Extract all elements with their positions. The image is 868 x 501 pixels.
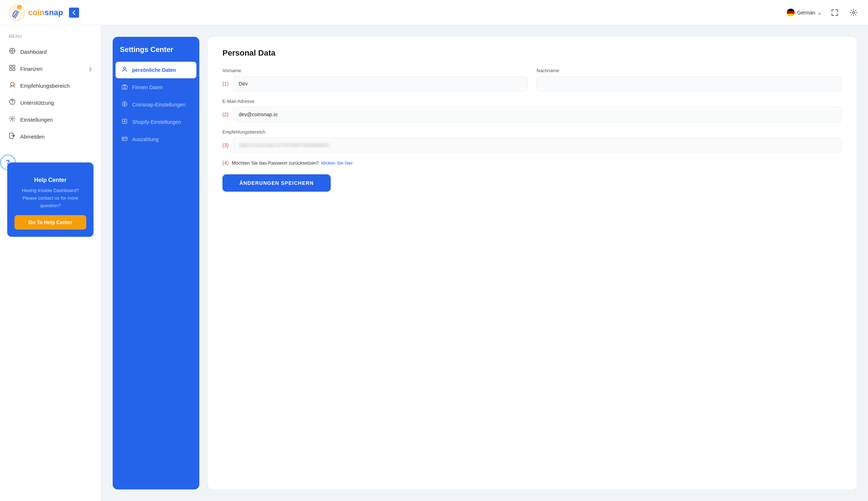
- help-center-description: Having trouble Dashboard? Please contact…: [14, 187, 86, 209]
- go-to-help-center-button[interactable]: Go To Help Center: [14, 215, 86, 230]
- help-center-title: Help Center: [34, 177, 67, 183]
- finanzen-icon: [9, 65, 16, 73]
- logo-icon: ₿: [9, 4, 25, 21]
- settings-nav-personal-label: persönliche Daten: [132, 67, 176, 73]
- abmelden-icon: [9, 132, 16, 141]
- email-group: E-Mail-Adresse (2): [222, 99, 842, 122]
- empfehlung-label: Empfehlungsbereich: [222, 129, 842, 135]
- language-selector[interactable]: German ⌄: [787, 9, 822, 17]
- nachname-label: Nachname: [537, 68, 842, 73]
- email-row: E-Mail-Adresse (2): [222, 99, 842, 122]
- empfehlung-input[interactable]: [233, 138, 842, 153]
- empfehlung-row: Empfehlungsbereich (3): [222, 129, 842, 153]
- settings-nav-auszahlung-label: Auszahlung: [132, 136, 159, 142]
- main-content: Settings Center persönliche Daten Firmen…: [101, 25, 868, 501]
- help-center-card: Help Center Having trouble Dashboard? Pl…: [7, 162, 94, 237]
- name-row: Vorname (1) Nachname: [222, 68, 842, 91]
- chevron-down-icon: ⌄: [817, 10, 822, 16]
- sidebar-item-einstellungen-label: Einstellungen: [20, 117, 53, 123]
- expand-button[interactable]: [829, 7, 841, 18]
- vorname-field-row: (1): [222, 76, 528, 91]
- email-field-number: (2): [222, 112, 230, 117]
- sidebar-item-finanzen-label: Finanzen: [20, 66, 43, 72]
- logo-area: ₿ coinsnap: [9, 4, 79, 21]
- personal-data-panel: Personal Data Vorname (1) Nachname: [208, 37, 856, 489]
- einstellungen-icon: [9, 116, 16, 124]
- sidebar-item-abmelden[interactable]: Abmelden: [0, 128, 101, 145]
- auszahlung-icon: [121, 136, 128, 143]
- empfehlung-field-row: (3): [222, 138, 842, 153]
- svg-point-14: [123, 67, 126, 69]
- language-label: German: [797, 10, 815, 16]
- sidebar-item-finanzen[interactable]: Finanzen ❯: [0, 60, 101, 77]
- settings-panel: Settings Center persönliche Daten Firmen…: [113, 37, 199, 489]
- panel-title: Personal Data: [222, 48, 842, 58]
- nav-right: German ⌄: [787, 7, 859, 18]
- sidebar-item-unterstutzung[interactable]: Unterstützung: [0, 94, 101, 111]
- settings-nav-personal[interactable]: persönliche Daten: [116, 62, 196, 78]
- settings-nav-coinsnap-label: Coinsnap-Einstellungen: [132, 102, 186, 108]
- settings-nav-coinsnap[interactable]: Coinsnap-Einstellungen: [116, 96, 196, 113]
- dashboard-icon: [9, 48, 16, 56]
- svg-rect-22: [123, 139, 124, 140]
- settings-gear-button[interactable]: [848, 7, 859, 18]
- settings-nav-shopify-label: Shopify-Einstellungen: [132, 119, 181, 125]
- password-reset-row: (4) Möchten Sie das Passwort zurücksetze…: [222, 160, 842, 166]
- email-input[interactable]: [233, 107, 842, 122]
- settings-panel-title: Settings Center: [113, 45, 199, 61]
- nachname-input[interactable]: [537, 76, 842, 91]
- svg-rect-15: [122, 86, 127, 89]
- coinsnap-settings-icon: [121, 101, 128, 108]
- svg-rect-8: [10, 69, 12, 71]
- sidebar-item-einstellungen[interactable]: Einstellungen: [0, 111, 101, 128]
- shopify-icon: [121, 118, 128, 126]
- firmen-icon: [121, 84, 128, 91]
- svg-point-5: [12, 50, 13, 52]
- nachname-group: Nachname: [537, 68, 842, 91]
- password-field-number: (4): [222, 160, 230, 166]
- sidebar-item-empfehlung-label: Empfehlungsbereich: [20, 83, 70, 89]
- svg-rect-7: [13, 65, 15, 67]
- logo-text: coinsnap: [28, 8, 63, 17]
- finanzen-chevron-icon: ❯: [88, 66, 92, 71]
- svg-point-20: [124, 121, 125, 122]
- top-navigation: ₿ coinsnap German ⌄: [0, 0, 868, 25]
- settings-nav-firmen[interactable]: Firmen Daten: [116, 79, 196, 96]
- vorname-group: Vorname (1): [222, 68, 528, 91]
- password-reset-text: Möchten Sie das Passwort zurücksetzen?: [232, 160, 319, 166]
- vorname-input[interactable]: [233, 76, 528, 91]
- personal-icon: [121, 66, 128, 74]
- email-field-row: (2): [222, 107, 842, 122]
- settings-nav-firmen-label: Firmen Daten: [132, 84, 163, 90]
- sidebar-toggle-button[interactable]: [69, 8, 79, 18]
- svg-point-3: [852, 12, 855, 14]
- svg-point-11: [12, 103, 13, 104]
- svg-rect-21: [122, 137, 127, 140]
- sidebar-item-unterstutzung-label: Unterstützung: [20, 100, 54, 106]
- empfehlung-group: Empfehlungsbereich (3): [222, 129, 842, 153]
- vorname-label: Vorname: [222, 68, 528, 73]
- empfehlung-field-number: (3): [222, 142, 230, 148]
- main-layout: Menu Dashboard Finanzen ❯ Empfehlungsber…: [0, 25, 868, 501]
- sidebar-item-dashboard-label: Dashboard: [20, 49, 47, 55]
- sidebar-item-dashboard[interactable]: Dashboard: [0, 43, 101, 60]
- save-changes-button[interactable]: ÄNDERUNGEN SPEICHERN: [222, 174, 331, 192]
- settings-nav-shopify[interactable]: Shopify-Einstellungen: [116, 114, 196, 130]
- unterstutzung-icon: [9, 99, 16, 107]
- help-center-card-wrapper: ? Help Center Having trouble Dashboard? …: [0, 162, 101, 237]
- password-reset-link[interactable]: klicken Sie hier: [321, 160, 352, 166]
- svg-rect-9: [13, 69, 15, 71]
- svg-rect-16: [124, 87, 125, 89]
- sidebar: Menu Dashboard Finanzen ❯ Empfehlungsber…: [0, 25, 101, 501]
- empfehlung-icon: [9, 82, 16, 90]
- svg-rect-6: [10, 65, 12, 67]
- email-label: E-Mail-Adresse: [222, 99, 842, 104]
- menu-label: Menu: [0, 34, 101, 39]
- sidebar-item-empfehlungsbereich[interactable]: Empfehlungsbereich: [0, 77, 101, 94]
- vorname-field-number: (1): [222, 81, 230, 87]
- nachname-field-row: [537, 76, 842, 91]
- german-flag: [787, 9, 795, 17]
- sidebar-item-abmelden-label: Abmelden: [20, 134, 45, 140]
- svg-point-12: [12, 118, 13, 120]
- settings-nav-auszahlung[interactable]: Auszahlung: [116, 131, 196, 148]
